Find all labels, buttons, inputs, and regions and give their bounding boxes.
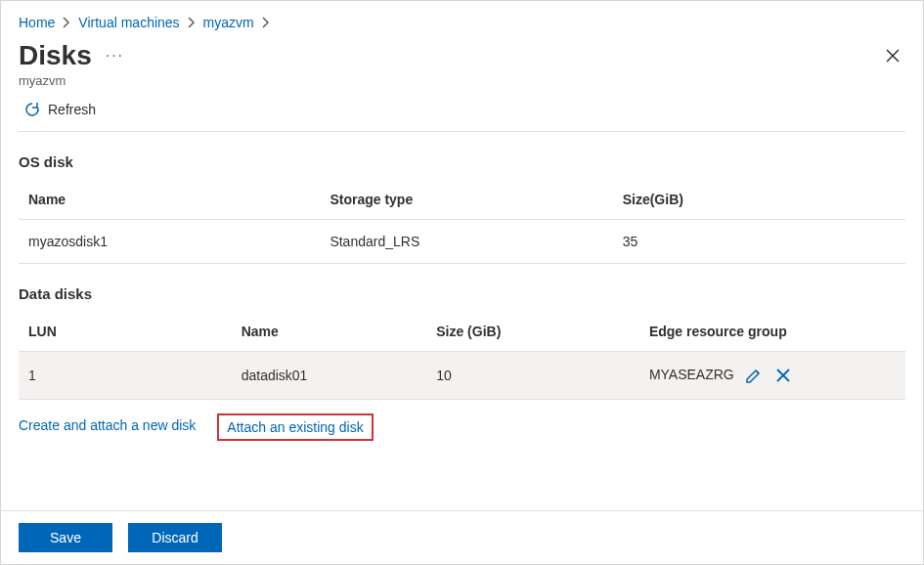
page-title: Disks <box>19 40 92 71</box>
os-disk-storage-type: Standard_LRS <box>320 220 612 264</box>
save-button[interactable]: Save <box>19 523 112 552</box>
data-disk-rg: MYASEAZRG <box>649 367 734 382</box>
title-more-menu[interactable]: ··· <box>106 47 124 65</box>
refresh-icon <box>24 102 40 117</box>
attach-existing-disk-link[interactable]: Attach an existing disk <box>227 419 363 435</box>
highlight-attach-existing: Attach an existing disk <box>217 413 373 441</box>
col-edge-rg: Edge resource group <box>639 312 905 352</box>
breadcrumb-home[interactable]: Home <box>19 15 55 30</box>
os-disk-name: myazosdisk1 <box>19 220 320 264</box>
chevron-right-icon <box>63 17 70 28</box>
data-disks-table: LUN Name Size (GiB) Edge resource group … <box>19 312 905 400</box>
col-size: Size(GiB) <box>613 180 905 220</box>
col-name: Name <box>232 312 427 352</box>
os-disk-table: Name Storage type Size(GiB) myazosdisk1 … <box>19 180 905 264</box>
data-disk-lun: 1 <box>19 352 232 400</box>
close-icon[interactable] <box>884 47 902 65</box>
edit-icon[interactable] <box>744 366 764 385</box>
breadcrumb-vm-name[interactable]: myazvm <box>203 15 254 30</box>
col-lun: LUN <box>19 312 232 352</box>
breadcrumb-virtual-machines[interactable]: Virtual machines <box>78 15 179 30</box>
col-name: Name <box>19 180 320 220</box>
table-row[interactable]: 1 datadisk01 10 MYASEAZRG <box>19 352 905 400</box>
page-subtitle: myazvm <box>19 73 905 88</box>
table-row[interactable]: myazosdisk1 Standard_LRS 35 <box>19 220 905 264</box>
footer: Save Discard <box>1 510 923 564</box>
chevron-right-icon <box>188 17 196 28</box>
delete-icon[interactable] <box>773 366 793 385</box>
col-storage-type: Storage type <box>320 180 612 220</box>
data-disk-name: datadisk01 <box>232 352 427 400</box>
os-disk-header: OS disk <box>19 153 905 170</box>
create-attach-new-disk-link[interactable]: Create and attach a new disk <box>19 417 196 437</box>
chevron-right-icon <box>262 17 270 28</box>
discard-button[interactable]: Discard <box>128 523 222 552</box>
refresh-label: Refresh <box>48 102 96 117</box>
data-disks-header: Data disks <box>19 285 905 302</box>
data-disk-size: 10 <box>426 352 639 400</box>
os-disk-size: 35 <box>613 220 905 264</box>
breadcrumb: Home Virtual machines myazvm <box>19 15 905 30</box>
refresh-button[interactable]: Refresh <box>24 102 96 117</box>
col-size: Size (GiB) <box>426 312 639 352</box>
